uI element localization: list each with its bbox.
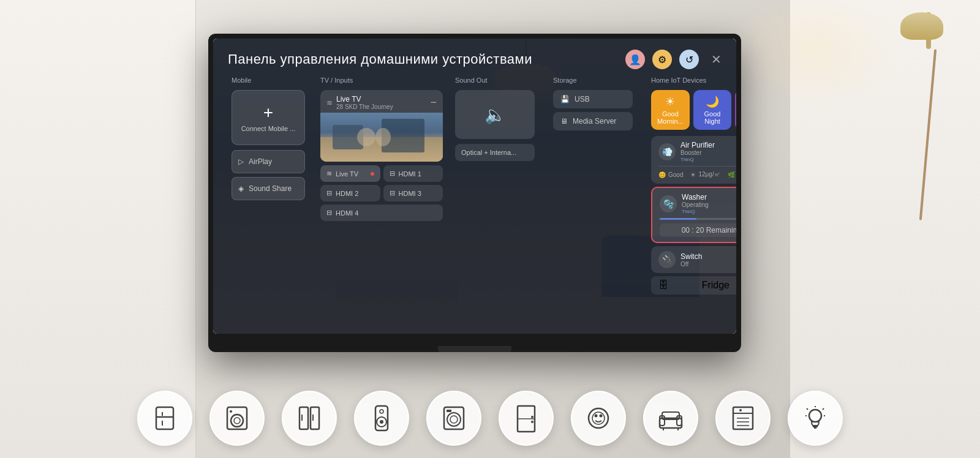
svg-point-5 [231,415,243,427]
bottom-icon-washer2[interactable] [426,391,481,446]
sound-out-label: Sound Out [455,77,541,84]
washer-progress-fill [660,218,696,220]
mobile-label: Mobile [232,77,308,84]
fridge-label: Fridge [702,280,729,291]
sound-card: 🔈 [455,90,535,139]
hdmi1-icon: ⊟ [390,170,395,178]
bottom-device-icons-row [0,391,980,446]
hdmi1-label: HDMI 1 [399,170,421,178]
media-server-label: Media Server [573,117,616,126]
fridge-row[interactable]: 🗄 Fridge › [651,276,736,295]
home-dashboard-panel: Панель управления домашними устройствами… [213,39,736,334]
night-label: Good Night [696,110,729,125]
settings-icon-btn[interactable]: ⚙ [652,50,672,69]
bottom-icon-speaker[interactable] [354,391,409,446]
svg-point-40 [809,410,821,422]
bottom-icon-sofa[interactable] [643,391,698,446]
connect-mobile-label: Connect Mobile ... [241,125,296,132]
good-morning-mode-btn[interactable]: ☀ Good Mornin... [651,90,690,130]
live-tv-card[interactable]: ≋ Live TV 28 SKD The Journey − [320,90,443,162]
speaker-icon: 🔈 [484,105,506,125]
usb-icon: 💾 [560,95,570,103]
svg-point-39 [739,409,742,411]
input-hdmi2[interactable]: ⊟ HDMI 2 [320,185,380,201]
air-quality-row: 😊 Good ☀ 12μg/㎥ 🌿 Weak [658,166,736,179]
washer-thinq: ThinQ [682,209,709,214]
washer-remaining: 00 : 20 Remaining. [660,223,736,237]
hdmi2-icon: ⊟ [326,189,332,197]
live-tv-active-dot [371,172,374,176]
bottom-icon-door[interactable] [499,391,554,446]
tv-container: Панель управления домашними устройствами… [208,34,741,352]
washer-info: 🫧 Washer Operating ThinQ [660,193,709,214]
aq-good-label: Good [668,171,683,178]
people-icon-btn[interactable]: 👤 [625,50,645,69]
live-tv-header: ≋ Live TV 28 SKD The Journey − [320,90,443,113]
movie-night-mode-btn[interactable]: ★ Movie Night [735,90,736,130]
airplay-button[interactable]: ▷ AirPlay [232,150,305,173]
soundshare-icon: ◈ [238,184,244,193]
input-hdmi1[interactable]: ⊟ HDMI 1 [383,165,443,182]
storage-label: Storage [553,77,639,84]
switch-name: Switch [680,252,702,261]
svg-line-46 [807,408,808,410]
bottom-icon-fridge[interactable] [137,391,192,446]
svg-point-26 [595,415,598,418]
washer-progress-bar [660,218,736,220]
svg-point-7 [230,410,232,413]
svg-point-18 [450,416,458,423]
sound-out-section: Sound Out 🔈 Optical + Interna... [449,77,547,329]
bottom-icon-robot[interactable] [571,391,626,446]
bottom-icon-light[interactable] [788,391,843,446]
live-tv-minus-btn[interactable]: − [430,96,437,109]
good-night-mode-btn[interactable]: 🌙 Good Night [693,90,732,130]
mobile-section: Mobile + Connect Mobile ... ▷ AirPlay ◈ … [225,77,314,329]
aq-weak: 🌿 Weak [728,170,736,179]
svg-point-14 [380,420,383,424]
washer-card: 🫧 Washer Operating ThinQ [651,187,736,243]
live-tv-text-block: Live TV 28 SKD The Journey [336,95,393,110]
fridge-icon: 🗄 [658,280,668,291]
bottom-icon-dishwasher[interactable] [715,391,771,446]
svg-point-15 [380,410,383,413]
storage-section: Storage 💾 USB 🖥 Media Server [547,77,645,329]
input-hdmi3[interactable]: ⊟ HDMI 3 [383,185,443,201]
switch-info: 🔌 Switch Off [658,251,702,268]
refresh-icon-btn[interactable]: ↺ [679,50,699,69]
storage-media-server[interactable]: 🖥 Media Server [553,112,633,130]
tv-inputs-label: TV / Inputs [320,77,443,84]
live-tv-name: Live TV [336,95,393,103]
aq-weak-icon: 🌿 [728,171,735,178]
airplay-label: AirPlay [249,157,272,166]
aq-pm-icon: ☀ [690,171,696,178]
switch-text: Switch Off [680,252,702,268]
soundshare-button[interactable]: ◈ Sound Share [232,177,305,200]
hdmi3-icon: ⊟ [390,189,395,197]
plus-icon: + [263,103,273,122]
live-tv-input-icon: ≋ [326,170,332,178]
input-live-tv[interactable]: ≋ Live TV [320,165,380,182]
air-purifier-info: 💨 Air Purifier Booster ThinQ [658,141,715,162]
panel-content: Mobile + Connect Mobile ... ▷ AirPlay ◈ … [213,77,736,329]
panel-header: Панель управления домашними устройствами… [213,39,736,77]
svg-point-17 [447,413,461,426]
refresh-icon: ↺ [685,54,693,66]
live-tv-info: ≋ Live TV 28 SKD The Journey [326,95,393,110]
input-hdmi4[interactable]: ⊟ HDMI 4 [320,205,443,221]
bottom-icon-refrigerator[interactable] [282,391,337,446]
tv-screen: Панель управления домашними устройствами… [213,39,736,334]
svg-rect-9 [311,407,319,429]
svg-point-23 [531,421,533,423]
connect-mobile-button[interactable]: + Connect Mobile ... [232,90,305,145]
iot-mode-buttons: ☀ Good Mornin... 🌙 Good Night ★ Movie Ni… [651,90,736,130]
switch-card: 🔌 Switch Off ⏻ [651,246,736,273]
iot-devices-list: 💨 Air Purifier Booster ThinQ ⏻ [651,136,736,295]
close-button[interactable]: ✕ [711,52,722,67]
settings-icon: ⚙ [658,54,666,66]
switch-status: Off [680,261,702,268]
storage-usb[interactable]: 💾 USB [553,90,633,108]
washer-text: Washer Operating ThinQ [682,193,709,214]
air-purifier-icon: 💨 [658,143,676,160]
optical-label: Optical + Interna... [455,144,535,161]
bottom-icon-washer[interactable] [209,391,265,446]
